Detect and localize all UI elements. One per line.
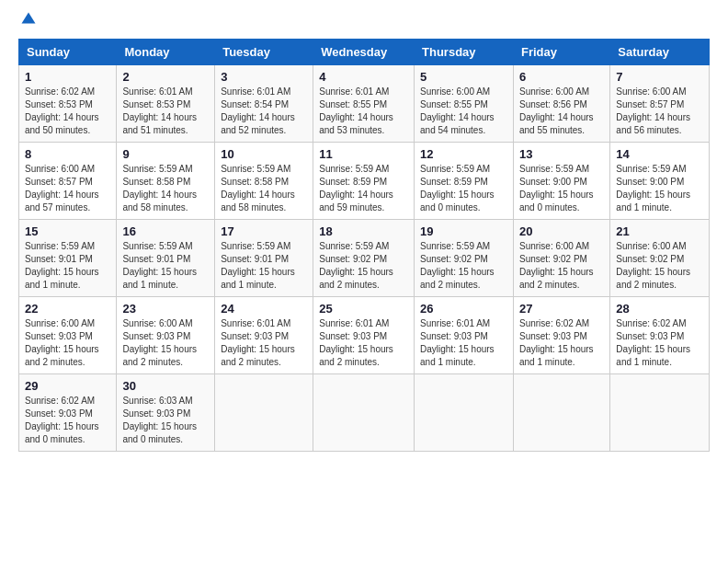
calendar-cell: 12 Sunrise: 5:59 AM Sunset: 8:59 PM Dayl… bbox=[415, 143, 514, 220]
day-number: 13 bbox=[519, 147, 604, 161]
day-info: Sunrise: 6:01 AM Sunset: 9:03 PM Dayligh… bbox=[319, 317, 408, 369]
calendar-cell bbox=[610, 374, 710, 452]
day-number: 26 bbox=[420, 302, 507, 316]
column-header-sunday: Sunday bbox=[19, 40, 117, 65]
calendar-cell: 25 Sunrise: 6:01 AM Sunset: 9:03 PM Dayl… bbox=[313, 297, 415, 374]
day-number: 12 bbox=[420, 147, 507, 161]
calendar-cell: 11 Sunrise: 5:59 AM Sunset: 8:59 PM Dayl… bbox=[313, 143, 415, 220]
calendar-cell: 21 Sunrise: 6:00 AM Sunset: 9:02 PM Dayl… bbox=[610, 220, 710, 297]
day-number: 30 bbox=[122, 379, 209, 393]
calendar-cell: 30 Sunrise: 6:03 AM Sunset: 9:03 PM Dayl… bbox=[117, 374, 215, 452]
day-info: Sunrise: 6:02 AM Sunset: 9:03 PM Dayligh… bbox=[25, 395, 110, 446]
day-info: Sunrise: 6:00 AM Sunset: 9:02 PM Dayligh… bbox=[519, 240, 604, 292]
calendar-cell: 13 Sunrise: 5:59 AM Sunset: 9:00 PM Dayl… bbox=[513, 143, 609, 220]
day-info: Sunrise: 6:00 AM Sunset: 8:56 PM Dayligh… bbox=[519, 86, 604, 137]
calendar-week-row: 29 Sunrise: 6:02 AM Sunset: 9:03 PM Dayl… bbox=[19, 374, 710, 452]
day-info: Sunrise: 6:00 AM Sunset: 8:57 PM Dayligh… bbox=[616, 86, 703, 137]
day-info: Sunrise: 6:00 AM Sunset: 8:55 PM Dayligh… bbox=[420, 86, 507, 137]
day-info: Sunrise: 6:01 AM Sunset: 9:03 PM Dayligh… bbox=[420, 317, 507, 369]
calendar-cell: 7 Sunrise: 6:00 AM Sunset: 8:57 PM Dayli… bbox=[610, 65, 710, 143]
day-number: 14 bbox=[616, 147, 703, 161]
day-info: Sunrise: 5:59 AM Sunset: 9:02 PM Dayligh… bbox=[420, 240, 507, 292]
calendar-cell: 9 Sunrise: 5:59 AM Sunset: 8:58 PM Dayli… bbox=[117, 143, 215, 220]
calendar-cell: 17 Sunrise: 5:59 AM Sunset: 9:01 PM Dayl… bbox=[215, 220, 313, 297]
day-number: 17 bbox=[221, 224, 307, 238]
day-number: 22 bbox=[25, 302, 110, 316]
calendar-cell: 8 Sunrise: 6:00 AM Sunset: 8:57 PM Dayli… bbox=[19, 143, 117, 220]
day-info: Sunrise: 5:59 AM Sunset: 8:59 PM Dayligh… bbox=[420, 163, 507, 214]
day-info: Sunrise: 6:00 AM Sunset: 9:03 PM Dayligh… bbox=[122, 317, 209, 369]
day-number: 25 bbox=[319, 302, 408, 316]
calendar-week-row: 1 Sunrise: 6:02 AM Sunset: 8:53 PM Dayli… bbox=[19, 65, 710, 143]
day-number: 10 bbox=[221, 147, 307, 161]
day-number: 1 bbox=[25, 70, 110, 84]
calendar-week-row: 15 Sunrise: 5:59 AM Sunset: 9:01 PM Dayl… bbox=[19, 220, 710, 297]
day-number: 15 bbox=[25, 224, 110, 238]
logo-icon bbox=[20, 11, 37, 28]
calendar-cell: 22 Sunrise: 6:00 AM Sunset: 9:03 PM Dayl… bbox=[19, 297, 117, 374]
calendar-cell: 23 Sunrise: 6:00 AM Sunset: 9:03 PM Dayl… bbox=[117, 297, 215, 374]
calendar-cell bbox=[313, 374, 415, 452]
column-header-monday: Monday bbox=[117, 40, 215, 65]
calendar-cell: 19 Sunrise: 5:59 AM Sunset: 9:02 PM Dayl… bbox=[415, 220, 514, 297]
day-number: 27 bbox=[519, 302, 604, 316]
calendar: SundayMondayTuesdayWednesdayThursdayFrid… bbox=[18, 39, 710, 452]
calendar-cell: 1 Sunrise: 6:02 AM Sunset: 8:53 PM Dayli… bbox=[19, 65, 117, 143]
page: SundayMondayTuesdayWednesdayThursdayFrid… bbox=[0, 0, 728, 466]
column-header-wednesday: Wednesday bbox=[313, 40, 415, 65]
day-number: 8 bbox=[25, 147, 110, 161]
day-info: Sunrise: 5:59 AM Sunset: 8:59 PM Dayligh… bbox=[319, 163, 408, 214]
calendar-header-row: SundayMondayTuesdayWednesdayThursdayFrid… bbox=[19, 40, 710, 65]
calendar-cell: 5 Sunrise: 6:00 AM Sunset: 8:55 PM Dayli… bbox=[415, 65, 514, 143]
day-number: 16 bbox=[122, 224, 209, 238]
day-info: Sunrise: 6:01 AM Sunset: 9:03 PM Dayligh… bbox=[221, 317, 307, 369]
calendar-week-row: 22 Sunrise: 6:00 AM Sunset: 9:03 PM Dayl… bbox=[19, 297, 710, 374]
column-header-tuesday: Tuesday bbox=[215, 40, 313, 65]
calendar-cell: 27 Sunrise: 6:02 AM Sunset: 9:03 PM Dayl… bbox=[513, 297, 609, 374]
calendar-cell: 6 Sunrise: 6:00 AM Sunset: 8:56 PM Dayli… bbox=[513, 65, 609, 143]
calendar-cell bbox=[513, 374, 609, 452]
day-info: Sunrise: 6:02 AM Sunset: 8:53 PM Dayligh… bbox=[25, 86, 110, 137]
day-number: 3 bbox=[221, 70, 307, 84]
day-number: 23 bbox=[122, 302, 209, 316]
calendar-week-row: 8 Sunrise: 6:00 AM Sunset: 8:57 PM Dayli… bbox=[19, 143, 710, 220]
day-info: Sunrise: 6:02 AM Sunset: 9:03 PM Dayligh… bbox=[519, 317, 604, 369]
calendar-cell: 20 Sunrise: 6:00 AM Sunset: 9:02 PM Dayl… bbox=[513, 220, 609, 297]
day-number: 19 bbox=[420, 224, 507, 238]
calendar-cell bbox=[215, 374, 313, 452]
logo bbox=[18, 15, 37, 28]
day-info: Sunrise: 5:59 AM Sunset: 8:58 PM Dayligh… bbox=[122, 163, 209, 214]
day-info: Sunrise: 6:00 AM Sunset: 8:57 PM Dayligh… bbox=[25, 163, 110, 214]
day-info: Sunrise: 6:01 AM Sunset: 8:55 PM Dayligh… bbox=[319, 86, 408, 137]
day-info: Sunrise: 5:59 AM Sunset: 9:01 PM Dayligh… bbox=[221, 240, 307, 292]
svg-marker-0 bbox=[22, 13, 36, 24]
calendar-cell: 3 Sunrise: 6:01 AM Sunset: 8:54 PM Dayli… bbox=[215, 65, 313, 143]
day-info: Sunrise: 5:59 AM Sunset: 8:58 PM Dayligh… bbox=[221, 163, 307, 214]
calendar-cell: 24 Sunrise: 6:01 AM Sunset: 9:03 PM Dayl… bbox=[215, 297, 313, 374]
header bbox=[18, 15, 710, 28]
day-number: 7 bbox=[616, 70, 703, 84]
day-info: Sunrise: 6:03 AM Sunset: 9:03 PM Dayligh… bbox=[122, 395, 209, 446]
day-number: 4 bbox=[319, 70, 408, 84]
day-number: 21 bbox=[616, 224, 703, 238]
day-info: Sunrise: 6:01 AM Sunset: 8:54 PM Dayligh… bbox=[221, 86, 307, 137]
day-info: Sunrise: 6:00 AM Sunset: 9:02 PM Dayligh… bbox=[616, 240, 703, 292]
day-number: 2 bbox=[122, 70, 209, 84]
calendar-cell: 15 Sunrise: 5:59 AM Sunset: 9:01 PM Dayl… bbox=[19, 220, 117, 297]
day-info: Sunrise: 5:59 AM Sunset: 9:01 PM Dayligh… bbox=[25, 240, 110, 292]
day-info: Sunrise: 5:59 AM Sunset: 9:02 PM Dayligh… bbox=[319, 240, 408, 292]
day-info: Sunrise: 5:59 AM Sunset: 9:00 PM Dayligh… bbox=[616, 163, 703, 214]
calendar-cell: 10 Sunrise: 5:59 AM Sunset: 8:58 PM Dayl… bbox=[215, 143, 313, 220]
calendar-cell bbox=[415, 374, 514, 452]
column-header-saturday: Saturday bbox=[610, 40, 710, 65]
day-number: 24 bbox=[221, 302, 307, 316]
day-info: Sunrise: 6:00 AM Sunset: 9:03 PM Dayligh… bbox=[25, 317, 110, 369]
day-info: Sunrise: 5:59 AM Sunset: 9:00 PM Dayligh… bbox=[519, 163, 604, 214]
column-header-friday: Friday bbox=[513, 40, 609, 65]
calendar-cell: 4 Sunrise: 6:01 AM Sunset: 8:55 PM Dayli… bbox=[313, 65, 415, 143]
column-header-thursday: Thursday bbox=[415, 40, 514, 65]
day-number: 28 bbox=[616, 302, 703, 316]
day-number: 29 bbox=[25, 379, 110, 393]
calendar-cell: 2 Sunrise: 6:01 AM Sunset: 8:53 PM Dayli… bbox=[117, 65, 215, 143]
day-number: 5 bbox=[420, 70, 507, 84]
